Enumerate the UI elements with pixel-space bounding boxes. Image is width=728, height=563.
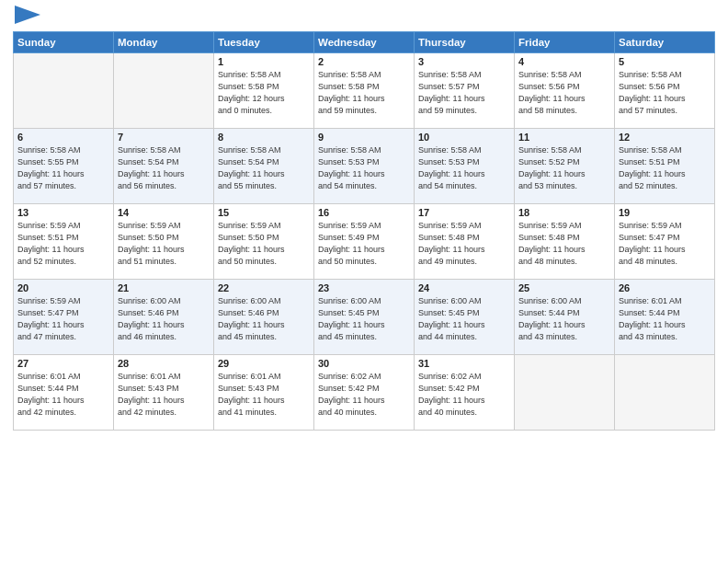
- calendar-table: SundayMondayTuesdayWednesdayThursdayFrid…: [13, 31, 715, 431]
- day-info: Sunrise: 5:58 AM Sunset: 5:56 PM Dayligh…: [619, 69, 711, 117]
- day-info: Sunrise: 6:00 AM Sunset: 5:46 PM Dayligh…: [218, 295, 310, 343]
- day-number: 19: [619, 207, 711, 218]
- day-info: Sunrise: 5:59 AM Sunset: 5:50 PM Dayligh…: [118, 220, 210, 268]
- day-number: 27: [17, 358, 109, 369]
- day-info: Sunrise: 5:59 AM Sunset: 5:48 PM Dayligh…: [518, 220, 610, 268]
- calendar-cell: 5Sunrise: 5:58 AM Sunset: 5:56 PM Daylig…: [615, 53, 715, 129]
- day-info: Sunrise: 5:58 AM Sunset: 5:58 PM Dayligh…: [318, 69, 410, 117]
- day-info: Sunrise: 5:58 AM Sunset: 5:55 PM Dayligh…: [17, 144, 109, 192]
- day-number: 30: [318, 358, 410, 369]
- header-row: SundayMondayTuesdayWednesdayThursdayFrid…: [14, 32, 715, 53]
- day-number: 23: [318, 282, 410, 293]
- calendar-cell: 25Sunrise: 6:00 AM Sunset: 5:44 PM Dayli…: [515, 280, 615, 355]
- day-number: 20: [17, 282, 109, 293]
- day-number: 4: [518, 56, 610, 67]
- day-number: 15: [218, 207, 310, 218]
- day-number: 2: [318, 56, 410, 67]
- day-number: 25: [518, 282, 610, 293]
- calendar-cell: [515, 355, 615, 431]
- day-info: Sunrise: 5:59 AM Sunset: 5:50 PM Dayligh…: [218, 220, 310, 268]
- calendar-cell: 22Sunrise: 6:00 AM Sunset: 5:46 PM Dayli…: [214, 280, 314, 355]
- day-info: Sunrise: 6:01 AM Sunset: 5:44 PM Dayligh…: [17, 371, 109, 419]
- calendar-cell: 26Sunrise: 6:01 AM Sunset: 5:44 PM Dayli…: [615, 280, 715, 355]
- calendar-cell: 18Sunrise: 5:59 AM Sunset: 5:48 PM Dayli…: [515, 204, 615, 280]
- calendar-cell: 3Sunrise: 5:58 AM Sunset: 5:57 PM Daylig…: [415, 53, 515, 129]
- day-number: 24: [418, 282, 510, 293]
- calendar-cell: 24Sunrise: 6:00 AM Sunset: 5:45 PM Dayli…: [415, 280, 515, 355]
- calendar-cell: 7Sunrise: 5:58 AM Sunset: 5:54 PM Daylig…: [114, 129, 214, 204]
- calendar-week-row: 6Sunrise: 5:58 AM Sunset: 5:55 PM Daylig…: [14, 129, 715, 204]
- day-info: Sunrise: 5:58 AM Sunset: 5:51 PM Dayligh…: [619, 144, 711, 192]
- day-info: Sunrise: 5:58 AM Sunset: 5:58 PM Dayligh…: [218, 69, 310, 117]
- day-number: 17: [418, 207, 510, 218]
- weekday-header: Friday: [515, 32, 615, 53]
- calendar-cell: 9Sunrise: 5:58 AM Sunset: 5:53 PM Daylig…: [314, 129, 415, 204]
- day-number: 16: [318, 207, 410, 218]
- weekday-header: Thursday: [415, 32, 515, 53]
- day-info: Sunrise: 5:59 AM Sunset: 5:51 PM Dayligh…: [17, 220, 109, 268]
- calendar-cell: 1Sunrise: 5:58 AM Sunset: 5:58 PM Daylig…: [214, 53, 314, 129]
- day-number: 31: [418, 358, 510, 369]
- calendar-cell: 21Sunrise: 6:00 AM Sunset: 5:46 PM Dayli…: [114, 280, 214, 355]
- day-info: Sunrise: 6:02 AM Sunset: 5:42 PM Dayligh…: [318, 371, 410, 419]
- logo-arrow-icon: [15, 6, 40, 24]
- calendar-cell: 20Sunrise: 5:59 AM Sunset: 5:47 PM Dayli…: [14, 280, 114, 355]
- calendar-cell: 29Sunrise: 6:01 AM Sunset: 5:43 PM Dayli…: [214, 355, 314, 431]
- calendar-cell: 27Sunrise: 6:01 AM Sunset: 5:44 PM Dayli…: [14, 355, 114, 431]
- calendar-cell: 13Sunrise: 5:59 AM Sunset: 5:51 PM Dayli…: [14, 204, 114, 280]
- day-number: 22: [218, 282, 310, 293]
- svg-marker-0: [15, 6, 40, 24]
- day-info: Sunrise: 5:59 AM Sunset: 5:49 PM Dayligh…: [318, 220, 410, 268]
- day-number: 9: [318, 132, 410, 143]
- logo: [13, 9, 40, 24]
- calendar-cell: 2Sunrise: 5:58 AM Sunset: 5:58 PM Daylig…: [314, 53, 415, 129]
- day-info: Sunrise: 5:58 AM Sunset: 5:52 PM Dayligh…: [518, 144, 610, 192]
- calendar-cell: 10Sunrise: 5:58 AM Sunset: 5:53 PM Dayli…: [415, 129, 515, 204]
- day-info: Sunrise: 5:58 AM Sunset: 5:53 PM Dayligh…: [318, 144, 410, 192]
- day-info: Sunrise: 6:01 AM Sunset: 5:43 PM Dayligh…: [218, 371, 310, 419]
- calendar-cell: 4Sunrise: 5:58 AM Sunset: 5:56 PM Daylig…: [515, 53, 615, 129]
- calendar-cell: 14Sunrise: 5:59 AM Sunset: 5:50 PM Dayli…: [114, 204, 214, 280]
- day-number: 3: [418, 56, 510, 67]
- day-number: 28: [118, 358, 210, 369]
- day-number: 7: [118, 132, 210, 143]
- day-info: Sunrise: 5:58 AM Sunset: 5:53 PM Dayligh…: [418, 144, 510, 192]
- calendar-cell: 12Sunrise: 5:58 AM Sunset: 5:51 PM Dayli…: [615, 129, 715, 204]
- day-number: 1: [218, 56, 310, 67]
- day-info: Sunrise: 5:58 AM Sunset: 5:54 PM Dayligh…: [118, 144, 210, 192]
- calendar-cell: 16Sunrise: 5:59 AM Sunset: 5:49 PM Dayli…: [314, 204, 415, 280]
- day-number: 5: [619, 56, 711, 67]
- calendar-cell: 19Sunrise: 5:59 AM Sunset: 5:47 PM Dayli…: [615, 204, 715, 280]
- day-info: Sunrise: 6:00 AM Sunset: 5:46 PM Dayligh…: [118, 295, 210, 343]
- calendar-cell: 15Sunrise: 5:59 AM Sunset: 5:50 PM Dayli…: [214, 204, 314, 280]
- day-info: Sunrise: 6:01 AM Sunset: 5:44 PM Dayligh…: [619, 295, 711, 343]
- day-info: Sunrise: 5:59 AM Sunset: 5:48 PM Dayligh…: [418, 220, 510, 268]
- calendar-cell: [14, 53, 114, 129]
- calendar-cell: 28Sunrise: 6:01 AM Sunset: 5:43 PM Dayli…: [114, 355, 214, 431]
- calendar-cell: 17Sunrise: 5:59 AM Sunset: 5:48 PM Dayli…: [415, 204, 515, 280]
- day-number: 6: [17, 132, 109, 143]
- day-number: 21: [118, 282, 210, 293]
- day-info: Sunrise: 5:58 AM Sunset: 5:57 PM Dayligh…: [418, 69, 510, 117]
- day-info: Sunrise: 6:00 AM Sunset: 5:45 PM Dayligh…: [318, 295, 410, 343]
- calendar-cell: [615, 355, 715, 431]
- calendar-week-row: 13Sunrise: 5:59 AM Sunset: 5:51 PM Dayli…: [14, 204, 715, 280]
- day-info: Sunrise: 6:01 AM Sunset: 5:43 PM Dayligh…: [118, 371, 210, 419]
- day-info: Sunrise: 6:02 AM Sunset: 5:42 PM Dayligh…: [418, 371, 510, 419]
- day-number: 11: [518, 132, 610, 143]
- calendar-week-row: 20Sunrise: 5:59 AM Sunset: 5:47 PM Dayli…: [14, 280, 715, 355]
- calendar-cell: 11Sunrise: 5:58 AM Sunset: 5:52 PM Dayli…: [515, 129, 615, 204]
- calendar-cell: [114, 53, 214, 129]
- day-number: 12: [619, 132, 711, 143]
- calendar-week-row: 1Sunrise: 5:58 AM Sunset: 5:58 PM Daylig…: [14, 53, 715, 129]
- day-number: 10: [418, 132, 510, 143]
- calendar-cell: 30Sunrise: 6:02 AM Sunset: 5:42 PM Dayli…: [314, 355, 415, 431]
- weekday-header: Monday: [114, 32, 214, 53]
- weekday-header: Tuesday: [214, 32, 314, 53]
- day-number: 26: [619, 282, 711, 293]
- day-info: Sunrise: 5:59 AM Sunset: 5:47 PM Dayligh…: [619, 220, 711, 268]
- calendar-week-row: 27Sunrise: 6:01 AM Sunset: 5:44 PM Dayli…: [14, 355, 715, 431]
- day-number: 29: [218, 358, 310, 369]
- page-container: SundayMondayTuesdayWednesdayThursdayFrid…: [0, 0, 728, 440]
- day-number: 14: [118, 207, 210, 218]
